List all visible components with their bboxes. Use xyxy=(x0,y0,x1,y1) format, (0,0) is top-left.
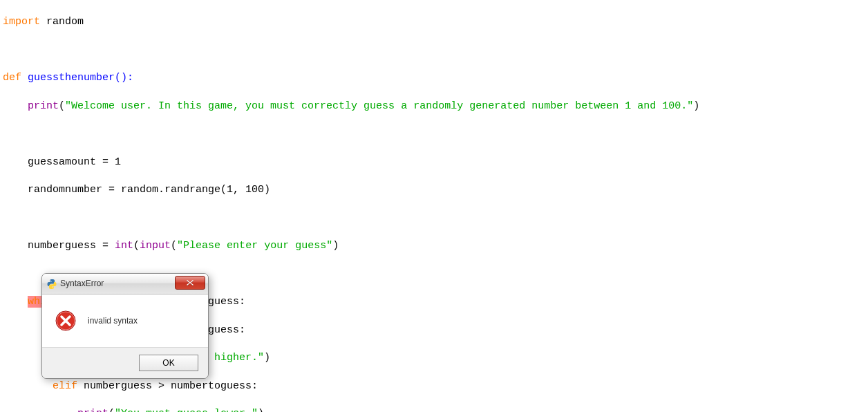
ok-button[interactable]: OK xyxy=(139,355,198,371)
builtin-int: int xyxy=(115,240,133,252)
paren: ( xyxy=(59,100,65,112)
paren: ( xyxy=(108,408,115,412)
svg-point-1 xyxy=(53,287,53,288)
code-text: guessamount = 1 xyxy=(28,156,121,168)
string-literal: "Please enter your guess" xyxy=(177,240,332,252)
code-text: numberguess = xyxy=(28,240,115,252)
dialog-title-text: SyntaxError xyxy=(60,278,104,289)
paren: ( xyxy=(133,240,140,252)
code-text: randomnumber = random.randrange(1, 100) xyxy=(28,184,270,196)
error-icon xyxy=(55,310,77,332)
paren: ) xyxy=(332,240,339,252)
syntax-error-dialog: SyntaxError invalid syntax OK xyxy=(41,273,209,379)
paren: ( xyxy=(171,240,177,252)
builtin-print: print xyxy=(28,100,59,112)
python-icon xyxy=(46,279,57,290)
close-button[interactable] xyxy=(175,276,205,290)
function-name: guessthenumber(): xyxy=(21,72,133,84)
dialog-message: invalid syntax xyxy=(88,315,138,326)
keyword-elif: elif xyxy=(53,380,77,392)
builtin-print: print xyxy=(77,408,108,412)
string-literal: "You must guess lower." xyxy=(115,408,258,412)
dialog-titlebar[interactable]: SyntaxError xyxy=(42,274,208,294)
keyword-def: def xyxy=(3,72,21,84)
svg-point-0 xyxy=(50,280,51,281)
dialog-footer: OK xyxy=(42,348,208,378)
module-name: random xyxy=(40,16,84,28)
keyword-import: import xyxy=(3,16,40,28)
paren: ) xyxy=(693,100,699,112)
dialog-body: invalid syntax xyxy=(42,294,208,348)
builtin-input: input xyxy=(140,240,171,252)
paren: ) xyxy=(264,352,270,364)
paren: ) xyxy=(258,408,264,412)
string-literal: "Welcome user. In this game, you must co… xyxy=(65,100,693,112)
code-text: numberguess > numbertoguess: xyxy=(77,380,258,392)
close-icon xyxy=(186,279,194,286)
